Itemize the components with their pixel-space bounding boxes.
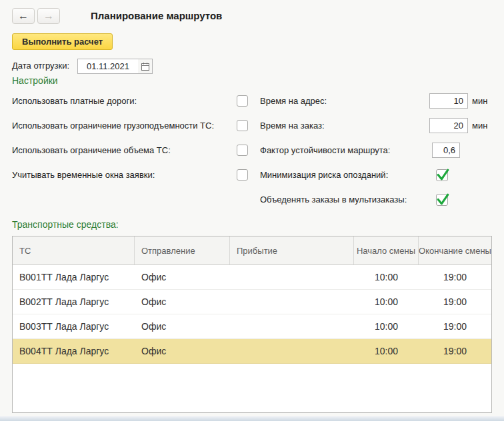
check-icon [435,192,451,207]
paid-roads-label: Использовать платные дороги: [12,94,137,109]
calendar-icon [141,62,150,71]
time-per-address-unit: мин [472,93,487,109]
shift-start-cell: 10:00 [354,290,419,314]
departure-cell: Офис [135,290,230,314]
departure-cell: Офис [135,265,230,289]
vehicle-cell: В004ТТ Лада Ларгус [13,339,135,363]
time-per-order-unit: мин [472,118,487,133]
shipment-date-label: Дата отгрузки: [12,59,69,73]
vehicle-cell: В003ТТ Лада Ларгус [13,314,135,338]
execute-calculation-button[interactable]: Выполнить расчет [12,33,113,50]
calendar-button[interactable] [138,59,153,74]
time-windows-checkbox[interactable] [237,169,248,181]
shift-start-cell: 10:00 [354,265,419,289]
volume-limit-label: Использовать ограничение объема ТС: [12,143,171,158]
shift-end-cell: 19:00 [419,314,491,338]
merge-orders-label: Объеденять заказы в мультизаказы: [260,193,407,207]
time-per-address-input[interactable] [429,93,468,109]
column-header-shift-end[interactable]: Окончание смены [419,236,491,264]
merge-orders-checkbox[interactable] [436,194,448,206]
shift-end-cell: 19:00 [419,265,491,289]
back-icon: ← [18,10,29,22]
forward-icon: → [43,10,54,22]
check-icon [435,167,451,183]
shipment-date-input[interactable] [77,59,139,74]
column-header-arrival[interactable]: Прибытие [230,236,354,264]
vehicle-cell: В002ТТ Лада Ларгус [13,290,135,314]
table-header-row: ТС Отправление Прибытие Начало смены Око… [13,236,491,265]
minimize-delay-risk-checkbox[interactable] [436,169,448,181]
paid-roads-checkbox[interactable] [237,95,248,107]
departure-cell: Офис [135,339,230,363]
capacity-limit-checkbox[interactable] [237,120,248,131]
time-per-order-input[interactable] [429,118,468,133]
arrival-cell [230,339,354,363]
forward-button[interactable]: → [37,8,60,24]
shift-end-cell: 19:00 [419,290,491,314]
route-planning-window: ← → Планирование маршрутов Выполнить рас… [0,0,504,421]
route-stability-factor-input[interactable] [432,143,460,158]
time-per-address-label: Время на адрес: [260,94,327,109]
shift-start-cell: 10:00 [354,314,419,338]
arrival-cell [230,314,354,338]
vehicles-table: ТС Отправление Прибытие Начало смены Око… [12,236,492,413]
back-button[interactable]: ← [12,8,35,24]
settings-section-header: Настройки [12,75,58,86]
time-windows-label: Учитывать временные окна заявки: [12,168,155,183]
minimize-delay-risk-label: Минимизация риска опозданий: [260,168,388,183]
column-header-shift-start[interactable]: Начало смены [354,236,419,264]
time-per-order-label: Время на заказ: [260,119,325,133]
table-row[interactable]: В001ТТ Лада Ларгус Офис 10:00 19:00 [13,265,491,290]
table-row[interactable]: В002ТТ Лада Ларгус Офис 10:00 19:00 [13,290,491,314]
departure-cell: Офис [135,314,230,338]
table-row[interactable]: В004ТТ Лада Ларгус Офис 10:00 19:00 [13,339,491,364]
page-title: Планирование маршрутов [91,10,222,21]
table-row[interactable]: В003ТТ Лада Ларгус Офис 10:00 19:00 [13,314,491,339]
column-header-departure[interactable]: Отправление [135,236,230,264]
vehicle-cell: В001ТТ Лада Ларгус [13,265,135,289]
route-stability-factor-label: Фактор устойчивости маршрута: [260,143,390,158]
arrival-cell [230,290,354,314]
volume-limit-checkbox[interactable] [237,145,248,156]
column-header-ts[interactable]: ТС [13,236,135,264]
shift-start-cell: 10:00 [354,339,419,363]
capacity-limit-label: Использовать ограничение грузоподъемност… [12,119,214,133]
arrival-cell [230,265,354,289]
shift-end-cell: 19:00 [419,339,491,363]
window-bottom-edge [0,416,504,421]
vehicles-section-header: Транспортные средства: [12,219,119,230]
